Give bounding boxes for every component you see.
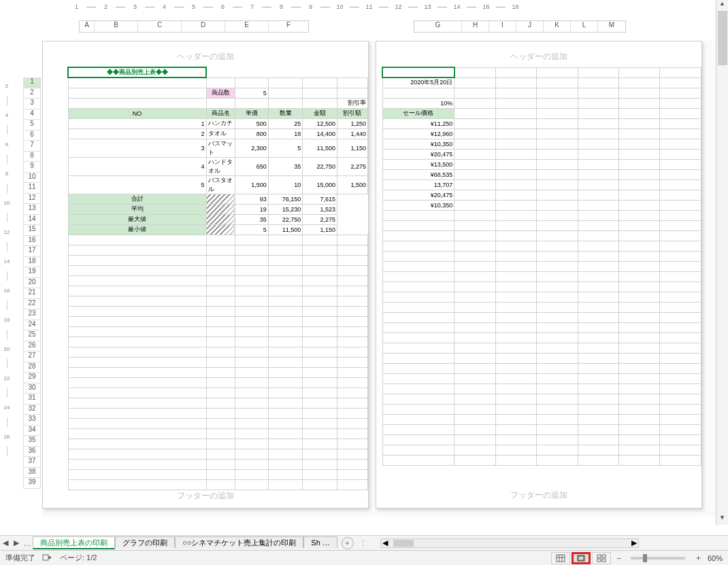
row-header-14[interactable]: 14 [23,215,41,226]
horizontal-ruler: 12345678910111213141618 [42,0,716,14]
row-header-8[interactable]: 8 [23,152,41,162]
row-header-12[interactable]: 12 [23,194,41,205]
sheet-tab-0[interactable]: 商品別売上表の印刷 [33,536,115,549]
hscroll-left[interactable]: ◀ [382,538,388,547]
hscroll-thumb[interactable] [393,540,414,547]
row-header-25[interactable]: 25 [23,330,41,341]
col-header-H[interactable]: H [462,21,489,32]
row-header-33[interactable]: 33 [23,415,41,426]
row-header-28[interactable]: 28 [23,362,41,373]
status-page: ページ: 1/2 [60,553,97,563]
page-1[interactable]: ヘッダーの追加 ◆◆商品別売上表◆◆商品数5割引率NO商品名単価数量金額割引額1… [42,41,369,509]
col-header-L[interactable]: L [571,21,598,32]
row-header-23[interactable]: 23 [23,309,41,320]
row-headers: 1234567891011121314151617181920212223242… [23,41,41,489]
row-header-6[interactable]: 6 [23,131,41,141]
row-header-17[interactable]: 17 [23,246,41,257]
row-header-21[interactable]: 21 [23,288,41,299]
row-header-2[interactable]: 2 [23,88,41,99]
col-header-F[interactable]: F [269,21,308,32]
vertical-ruler: 2468101214161820222426 [0,41,14,517]
zoom-slider[interactable] [631,557,685,560]
row-header-7[interactable]: 7 [23,141,41,152]
zoom-in-button[interactable]: ＋ [695,553,702,563]
footer-placeholder[interactable]: フッターの追加 [376,490,701,501]
row-header-9[interactable]: 9 [23,162,41,173]
tab-nav-next[interactable]: ▶ [11,538,22,547]
sheet-tab-1[interactable]: グラフの印刷 [115,536,175,548]
zoom-out-button[interactable]: − [617,554,621,562]
footer-placeholder[interactable]: フッターの追加 [43,490,368,502]
row-header-35[interactable]: 35 [23,436,41,447]
macro-record-icon[interactable] [42,553,52,563]
sheet-grid-page2[interactable]: 2020年5月20日10%セール価格¥11,250¥12,960¥10,350¥… [382,67,701,466]
horizontal-scrollbar[interactable]: ◀ ▶ [380,538,639,548]
row-header-3[interactable]: 3 [23,99,41,109]
scroll-thumb[interactable] [718,11,727,65]
row-header-38[interactable]: 38 [23,468,41,479]
tab-nav-prev[interactable]: ◀ [0,538,11,547]
title-cell[interactable]: ◆◆商品別売上表◆◆ [68,67,206,78]
row-header-34[interactable]: 34 [23,426,41,436]
new-sheet-button[interactable]: ＋ [342,537,354,549]
row-header-32[interactable]: 32 [23,405,41,415]
page-break-view-button[interactable] [592,552,611,564]
svg-rect-10 [597,559,601,562]
tab-nav-more[interactable]: … [22,539,33,547]
row-header-29[interactable]: 29 [23,373,41,383]
row-header-30[interactable]: 30 [23,383,41,394]
header-placeholder[interactable]: ヘッダーの追加 [376,51,701,63]
col-header-A[interactable]: A [80,21,95,32]
page-2[interactable]: ヘッダーの追加 2020年5月20日10%セール価格¥11,250¥12,960… [376,41,702,509]
svg-rect-7 [578,556,584,560]
col-header-B[interactable]: B [95,21,138,32]
col-header-K[interactable]: K [544,21,571,32]
page-layout-workarea[interactable]: ヘッダーの追加 ◆◆商品別売上表◆◆商品数5割引率NO商品名単価数量金額割引額1… [42,41,716,517]
zoom-slider-thumb[interactable] [643,554,647,562]
sheet-tab-3[interactable]: Sh … [303,536,337,548]
col-header-E[interactable]: E [225,21,269,32]
row-header-18[interactable]: 18 [23,257,41,268]
svg-rect-2 [557,555,565,562]
zoom-level[interactable]: 60% [708,554,723,562]
row-header-1[interactable]: 1 [23,78,41,88]
status-bar: 準備完了 ページ: 1/2 − ＋ 60% [0,550,728,565]
sheet-grid-page1[interactable]: ◆◆商品別売上表◆◆商品数5割引率NO商品名単価数量金額割引額1ハンカチ5002… [67,67,368,490]
row-header-31[interactable]: 31 [23,394,41,405]
col-header-C[interactable]: C [138,21,182,32]
row-header-13[interactable]: 13 [23,204,41,215]
scroll-up-button[interactable]: ▲ [716,0,728,11]
row-header-24[interactable]: 24 [23,320,41,331]
hscroll-right[interactable]: ▶ [631,538,637,547]
row-header-15[interactable]: 15 [23,225,41,236]
row-header-37[interactable]: 37 [23,457,41,468]
scroll-down-button[interactable]: ▼ [716,514,728,525]
tab-scroll-sep: ⋮ [359,538,367,547]
col-header-M[interactable]: M [598,21,625,32]
row-header-4[interactable]: 4 [23,109,41,120]
row-header-22[interactable]: 22 [23,299,41,310]
row-header-5[interactable]: 5 [23,120,41,131]
svg-rect-8 [597,555,601,558]
vertical-scrollbar[interactable]: ▲ ▼ [716,0,728,525]
row-header-16[interactable]: 16 [23,236,41,247]
page-layout-view-button[interactable] [572,552,591,564]
row-header-26[interactable]: 26 [23,341,41,352]
row-header-20[interactable]: 20 [23,278,41,289]
col-header-J[interactable]: J [516,21,544,32]
normal-view-button[interactable] [551,552,570,564]
row-header-36[interactable]: 36 [23,447,41,458]
scroll-track[interactable] [716,11,728,514]
sheet-tab-2[interactable]: ○○シネマチケット売上集計の印刷 [175,536,303,548]
header-placeholder[interactable]: ヘッダーの追加 [43,51,368,63]
row-header-11[interactable]: 11 [23,183,41,194]
row-header-27[interactable]: 27 [23,352,41,362]
row-header-39[interactable]: 39 [23,478,41,489]
svg-rect-9 [602,555,606,558]
row-header-19[interactable]: 19 [23,267,41,278]
col-header-D[interactable]: D [182,21,225,32]
col-header-G[interactable]: G [414,21,462,32]
column-headers: ABCDEFGHIJKLM [42,20,716,33]
col-header-I[interactable]: I [489,21,516,32]
row-header-10[interactable]: 10 [23,173,41,184]
